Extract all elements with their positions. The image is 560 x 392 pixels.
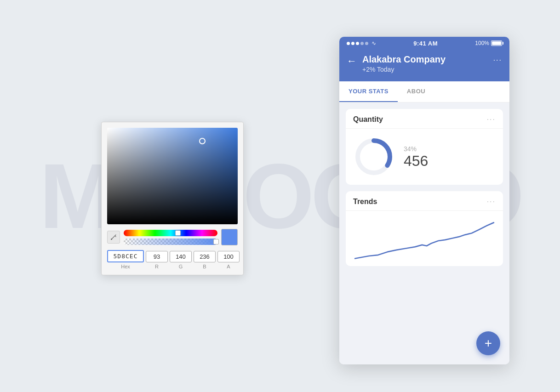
b-group: B	[194, 251, 216, 269]
header-title-area: Alakabra Company +2% Today	[357, 54, 493, 73]
phone-content: Quantity ··· 34% 456 Trends	[339, 102, 509, 364]
quantity-title: Quantity	[353, 115, 383, 124]
status-bar: ∿ 9:41 AM 100%	[339, 37, 509, 50]
donut-svg	[353, 136, 394, 177]
alpha-thumb	[213, 239, 219, 244]
hex-label: Hex	[121, 264, 130, 269]
wifi-icon: ∿	[371, 40, 376, 46]
hue-thumb	[175, 230, 181, 236]
fab-button[interactable]: +	[476, 331, 500, 355]
alpha-slider[interactable]	[124, 239, 217, 245]
a-input[interactable]	[217, 251, 240, 262]
g-label: G	[179, 264, 183, 269]
company-name: Alakabra Company	[362, 54, 488, 65]
r-group: R	[146, 251, 168, 269]
trends-card-header: Trends ···	[346, 191, 503, 211]
quantity-values: 34% 456	[404, 145, 428, 168]
battery-fill	[492, 41, 501, 45]
back-button[interactable]: ←	[347, 54, 357, 66]
trends-title: Trends	[353, 198, 377, 206]
color-picker-panel: Hex R G B A	[101, 122, 244, 275]
color-preview-swatch	[221, 229, 238, 245]
quantity-card-header: Quantity ···	[346, 109, 503, 129]
b-input[interactable]	[194, 251, 216, 262]
signal-dot-3	[356, 42, 359, 45]
a-label: A	[227, 264, 230, 269]
r-label: R	[155, 264, 159, 269]
alpha-overlay	[124, 239, 217, 245]
g-group: G	[170, 251, 192, 269]
r-input[interactable]	[146, 251, 168, 262]
hue-slider[interactable]	[124, 230, 217, 236]
tab-about[interactable]: ABOU	[398, 81, 434, 102]
color-gradient-canvas[interactable]	[107, 128, 238, 224]
battery-icon	[491, 40, 502, 46]
color-values-row: Hex R G B A	[107, 250, 238, 269]
phone-header: ← Alakabra Company +2% Today ···	[339, 50, 509, 81]
phone-tabs: YOUR STATS ABOU	[339, 81, 509, 102]
trends-card: Trends ···	[346, 191, 503, 266]
signal-dot-5	[365, 42, 368, 45]
color-controls	[107, 229, 238, 245]
signal-dot-2	[351, 42, 354, 45]
quantity-number: 456	[404, 153, 428, 168]
quantity-menu[interactable]: ···	[487, 115, 496, 124]
trends-card-body	[346, 211, 503, 266]
donut-chart	[353, 136, 394, 177]
b-label: B	[203, 264, 206, 269]
svg-point-0	[111, 239, 112, 240]
tab-your-stats[interactable]: YOUR STATS	[339, 81, 398, 102]
signal-dot-1	[347, 42, 350, 45]
eyedropper-button[interactable]	[107, 231, 120, 244]
more-button[interactable]: ···	[493, 54, 502, 64]
g-input[interactable]	[170, 251, 192, 262]
trend-svg	[350, 216, 498, 266]
phone-mockup: ∿ 9:41 AM 100% ← Alakabra Company +2% To…	[339, 37, 509, 364]
status-battery: 100%	[475, 40, 502, 46]
a-group: A	[217, 251, 240, 269]
color-picker-cursor	[199, 138, 206, 144]
quantity-card-body: 34% 456	[346, 129, 503, 185]
quantity-percent: 34%	[404, 145, 428, 153]
status-time: 9:41 AM	[413, 40, 438, 47]
signal-dots: ∿	[347, 40, 376, 46]
eyedropper-icon	[110, 234, 117, 240]
hex-group: Hex	[107, 250, 144, 269]
signal-dot-4	[360, 42, 364, 45]
trends-menu[interactable]: ···	[487, 198, 496, 206]
sliders-area	[124, 230, 217, 245]
battery-percent: 100%	[475, 40, 489, 46]
trend-line	[355, 222, 494, 258]
header-subtitle: +2% Today	[362, 66, 488, 73]
quantity-card: Quantity ··· 34% 456	[346, 109, 503, 185]
hex-input[interactable]	[107, 250, 144, 262]
